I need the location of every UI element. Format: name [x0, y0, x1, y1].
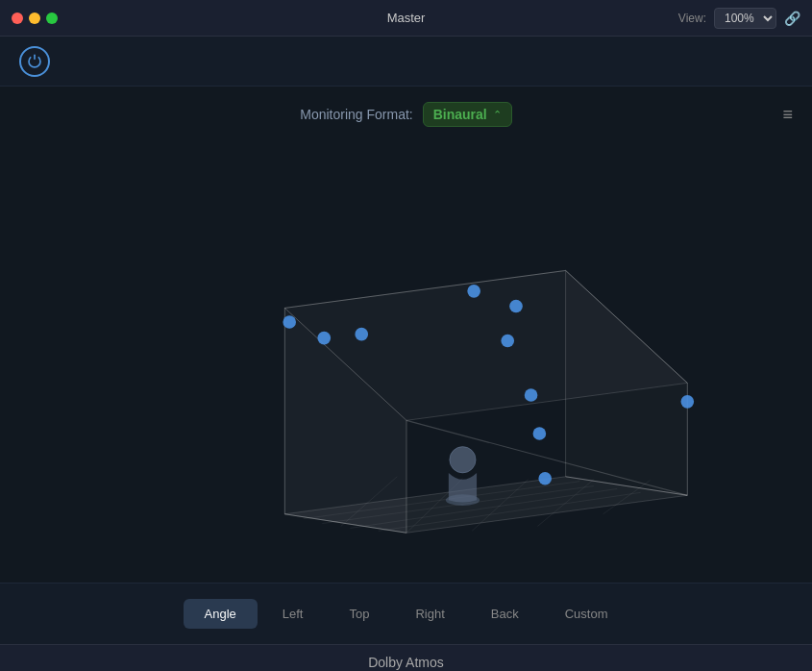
- window-title: Master: [387, 11, 426, 25]
- monitoring-format-selector[interactable]: Binaural ⌃: [423, 102, 512, 127]
- link-icon[interactable]: 🔗: [784, 11, 800, 26]
- tab-back[interactable]: Back: [470, 599, 540, 629]
- view-select[interactable]: 100% 75% 50%: [714, 8, 776, 29]
- svg-point-32: [538, 472, 552, 485]
- monitoring-bar: Monitoring Format: Binaural ⌃ ≡: [0, 87, 812, 137]
- svg-point-24: [283, 315, 296, 329]
- monitoring-format-value: Binaural: [433, 107, 487, 122]
- svg-marker-2: [565, 270, 687, 495]
- monitoring-label: Monitoring Format:: [300, 107, 412, 122]
- footer-text: Dolby Atmos: [368, 655, 444, 670]
- menu-icon[interactable]: ≡: [782, 105, 793, 125]
- svg-point-25: [317, 332, 331, 345]
- title-bar-right: View: 100% 75% 50% 🔗: [678, 8, 800, 29]
- room-container: [0, 137, 812, 583]
- main-content: Monitoring Format: Binaural ⌃ ≡: [0, 87, 812, 583]
- footer: Dolby Atmos: [0, 644, 812, 671]
- tab-left[interactable]: Left: [261, 599, 325, 629]
- monitoring-dropdown-icon: ⌃: [493, 109, 502, 121]
- tab-custom[interactable]: Custom: [544, 599, 629, 629]
- tab-right[interactable]: Right: [394, 599, 465, 629]
- svg-point-30: [524, 388, 537, 402]
- close-button[interactable]: [12, 12, 23, 24]
- window-controls: [12, 12, 58, 24]
- svg-point-27: [467, 285, 480, 298]
- title-bar: Master View: 100% 75% 50% 🔗: [0, 0, 812, 37]
- svg-point-29: [501, 335, 514, 348]
- svg-point-23: [449, 447, 475, 473]
- minimize-button[interactable]: [29, 12, 40, 24]
- svg-point-28: [509, 300, 523, 313]
- tab-angle[interactable]: Angle: [184, 599, 258, 629]
- tab-bar: Angle Left Top Right Back Custom: [0, 583, 812, 644]
- svg-point-31: [532, 427, 546, 440]
- svg-point-33: [680, 395, 694, 409]
- maximize-button[interactable]: [46, 12, 58, 24]
- room-visualization: [99, 177, 714, 542]
- svg-point-26: [355, 328, 368, 341]
- tab-top[interactable]: Top: [328, 599, 390, 629]
- view-label: View:: [678, 12, 706, 25]
- header-bar: [0, 37, 812, 87]
- power-button[interactable]: [19, 46, 50, 77]
